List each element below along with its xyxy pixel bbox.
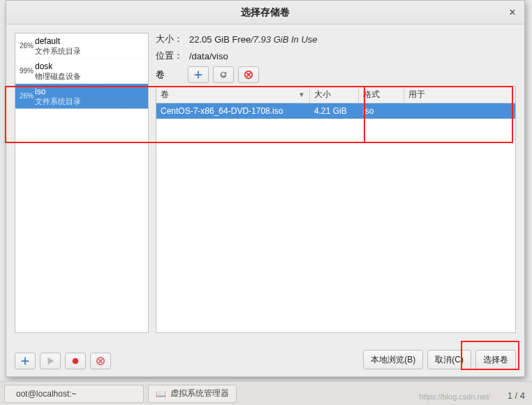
pool-percent: 26% bbox=[17, 42, 34, 50]
column-volume-label: 卷 bbox=[161, 89, 169, 101]
delete-volume-button[interactable] bbox=[238, 66, 259, 83]
volume-tool-row: 卷 bbox=[156, 66, 516, 83]
volume-table[interactable]: 卷 ▼ 大小 格式 用于 CentOS-7-x86_64-DVD-1708.is… bbox=[156, 86, 516, 333]
column-format[interactable]: 格式 bbox=[359, 87, 404, 103]
cell-name: CentOS-7-x86_64-DVD-1708.iso bbox=[156, 104, 310, 118]
choose-volume-button[interactable]: 选择卷 bbox=[475, 350, 516, 369]
titlebar: 选择存储卷 × bbox=[6, 1, 524, 24]
delete-pool-button[interactable] bbox=[90, 353, 111, 369]
pool-subtitle: 文件系统目录 bbox=[35, 46, 81, 56]
location-label: 位置： bbox=[156, 50, 189, 62]
column-used-label: 用于 bbox=[408, 89, 425, 101]
content-area: 26%default文件系统目录99%dosk物理磁盘设备26%iso文件系统目… bbox=[6, 24, 524, 341]
taskbar-item-label: 虚拟系统管理器 bbox=[170, 388, 229, 399]
column-size[interactable]: 大小 bbox=[310, 87, 359, 103]
size-row: 大小： 22.05 GiB Free / 7.93 GiB In Use bbox=[156, 33, 516, 45]
volume-table-body: CentOS-7-x86_64-DVD-1708.iso4.21 GiBiso bbox=[156, 103, 515, 119]
pool-text: default文件系统目录 bbox=[35, 36, 81, 56]
play-icon bbox=[45, 356, 55, 366]
window-title: 选择存储卷 bbox=[241, 6, 290, 19]
pool-item[interactable]: 26%default文件系统目录 bbox=[15, 34, 148, 59]
size-used: 7.93 GiB In Use bbox=[253, 34, 318, 45]
size-free: 22.05 GiB Free bbox=[189, 34, 251, 45]
pool-name: iso bbox=[35, 87, 81, 96]
add-volume-button[interactable] bbox=[188, 66, 209, 83]
browse-local-button[interactable]: 本地浏览(B) bbox=[363, 350, 423, 369]
pool-subtitle: 文件系统目录 bbox=[35, 96, 81, 106]
location-value: /data/viso bbox=[189, 51, 228, 61]
size-label: 大小： bbox=[156, 33, 189, 45]
taskbar-item-label: oot@localhost:~ bbox=[16, 389, 77, 399]
delete-icon bbox=[244, 70, 253, 80]
pool-text: dosk物理磁盘设备 bbox=[35, 61, 81, 81]
refresh-icon bbox=[219, 70, 228, 80]
volume-table-header: 卷 ▼ 大小 格式 用于 bbox=[156, 87, 515, 103]
delete-icon bbox=[96, 356, 105, 366]
left-footer-toolbar bbox=[15, 353, 111, 369]
cancel-button[interactable]: 取消(C) bbox=[427, 350, 471, 369]
pool-text: iso文件系统目录 bbox=[35, 87, 81, 106]
svg-point-1 bbox=[73, 358, 79, 364]
volume-toolbar-label: 卷 bbox=[156, 68, 184, 81]
location-row: 位置： /data/viso bbox=[156, 50, 516, 62]
pool-item[interactable]: 99%dosk物理磁盘设备 bbox=[15, 59, 148, 84]
pool-subtitle: 物理磁盘设备 bbox=[35, 71, 81, 81]
column-used[interactable]: 用于 bbox=[404, 87, 515, 103]
plus-icon bbox=[193, 70, 203, 80]
table-row[interactable]: CentOS-7-x86_64-DVD-1708.iso4.21 GiBiso bbox=[156, 103, 515, 119]
cell-used bbox=[404, 109, 515, 113]
cell-size: 4.21 GiB bbox=[310, 104, 359, 118]
pool-item[interactable]: 26%iso文件系统目录 bbox=[15, 84, 148, 109]
column-format-label: 格式 bbox=[363, 89, 380, 101]
footer-buttons: 本地浏览(B) 取消(C) 选择卷 bbox=[363, 350, 516, 369]
column-volume[interactable]: 卷 ▼ bbox=[156, 87, 310, 103]
taskbar-item[interactable]: 📖 虚拟系统管理器 bbox=[148, 385, 237, 403]
watermark: https://blog.csdn.net/ bbox=[419, 392, 490, 401]
start-pool-button[interactable] bbox=[40, 353, 61, 369]
record-icon bbox=[71, 356, 80, 366]
add-pool-button[interactable] bbox=[15, 353, 36, 369]
pool-name: default bbox=[35, 36, 81, 46]
vmm-icon: 📖 bbox=[156, 389, 166, 399]
pool-percent: 99% bbox=[17, 67, 34, 75]
sort-arrow-icon: ▼ bbox=[298, 91, 305, 98]
cell-format: iso bbox=[359, 104, 404, 118]
taskbar-item[interactable]: oot@localhost:~ bbox=[4, 385, 144, 403]
close-icon[interactable]: × bbox=[506, 6, 519, 19]
column-size-label: 大小 bbox=[314, 89, 331, 101]
stop-pool-button[interactable] bbox=[65, 353, 86, 369]
pool-name: dosk bbox=[35, 61, 81, 71]
dialog-window: 选择存储卷 × 26%default文件系统目录99%dosk物理磁盘设备26%… bbox=[6, 0, 525, 377]
page-indicator: 1 / 4 bbox=[508, 390, 525, 401]
refresh-button[interactable] bbox=[213, 66, 234, 83]
pool-percent: 26% bbox=[17, 92, 34, 100]
plus-icon bbox=[20, 356, 30, 366]
right-pane: 大小： 22.05 GiB Free / 7.93 GiB In Use 位置：… bbox=[156, 33, 516, 333]
storage-pool-list[interactable]: 26%default文件系统目录99%dosk物理磁盘设备26%iso文件系统目… bbox=[15, 33, 149, 333]
